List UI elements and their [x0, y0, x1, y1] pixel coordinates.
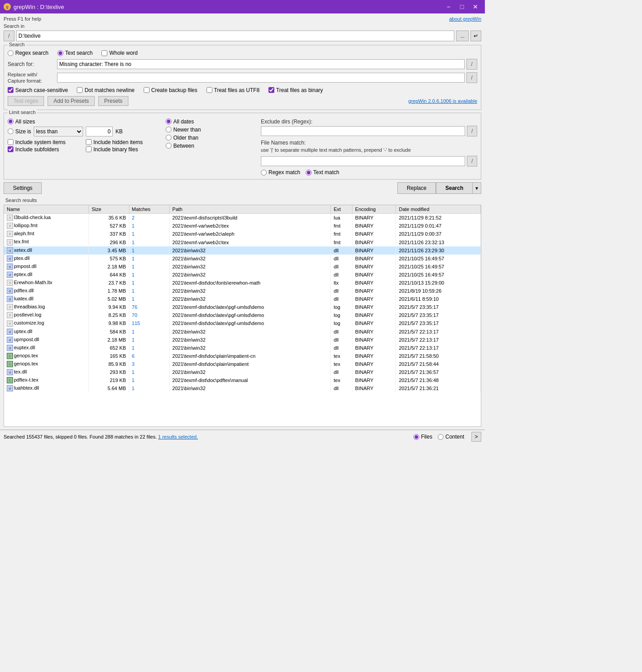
update-link[interactable]: grepWin 2.0.6.1006 is available	[409, 98, 477, 104]
replace-input[interactable]	[57, 73, 465, 83]
cell-date: 2021/10/13 15:29:00	[396, 279, 481, 287]
exclude-dirs-slash[interactable]: /	[467, 126, 477, 136]
regex-match-radio-label[interactable]: Regex match	[261, 169, 300, 176]
file-names-slash[interactable]: /	[467, 156, 477, 167]
search-for-input[interactable]	[57, 59, 465, 69]
include-binary-checkbox[interactable]	[86, 146, 92, 152]
table-row[interactable]: dluahbtex.dll 5.64 MB 1 2021\bin\win32 d…	[4, 384, 481, 392]
content-radio-label[interactable]: Content	[438, 434, 464, 440]
include-system-label[interactable]: Include system items	[8, 139, 82, 145]
table-row[interactable]: deuptex.dll 652 KB 1 2021\bin\win32 dll …	[4, 344, 481, 352]
table-row[interactable]: duptex.dll 584 KB 1 2021\bin\win32 dll B…	[4, 328, 481, 336]
test-regex-button[interactable]: Test regex	[8, 96, 44, 106]
table-row[interactable]: fcustomize.log 9.98 KB 115 2021\texmf-di…	[4, 319, 481, 327]
cell-matches: 1	[129, 295, 169, 303]
newer-than-radio-label[interactable]: Newer than	[166, 127, 255, 133]
include-subfolders-checkbox[interactable]	[8, 146, 13, 152]
search-slash-button[interactable]: /	[466, 59, 477, 70]
table-row[interactable]: tgenops.tex 85.9 KB 3 2021\texmf-dist\do…	[4, 360, 481, 368]
text-radio[interactable]	[57, 50, 63, 56]
window-title: grepWin : D:\texlive	[13, 4, 64, 10]
table-row[interactable]: fl3build-check.lua 35.6 KB 2 2021\texmf-…	[4, 214, 481, 222]
minimize-button[interactable]: −	[443, 2, 454, 12]
path-input[interactable]	[16, 31, 454, 41]
between-radio[interactable]	[166, 143, 171, 149]
maximize-button[interactable]: □	[456, 2, 468, 12]
table-row[interactable]: fthreadbias.log 9.94 KB 76 2021\texmf-di…	[4, 303, 481, 311]
about-link[interactable]: about grepWin	[449, 16, 481, 22]
table-row[interactable]: dpdftex.dll 1.78 MB 1 2021\bin\win32 dll…	[4, 287, 481, 295]
table-row[interactable]: dptex.dll 575 KB 1 2021\bin\win32 dll BI…	[4, 255, 481, 263]
include-hidden-label[interactable]: Include hidden items	[86, 139, 160, 145]
table-row[interactable]: dupmpost.dll 2.18 MB 1 2021\bin\win32 dl…	[4, 336, 481, 344]
older-than-radio-label[interactable]: Older than	[166, 135, 255, 141]
close-button[interactable]: ✕	[470, 2, 481, 12]
exclude-dirs-input[interactable]	[261, 126, 465, 136]
table-row[interactable]: tpdftex-t.tex 219 KB 1 2021\texmf-dist\d…	[4, 376, 481, 384]
utf8-checkbox[interactable]	[207, 87, 212, 93]
regex-radio-label[interactable]: Regex search	[8, 50, 48, 56]
all-sizes-radio-label[interactable]: All sizes	[8, 119, 160, 125]
newer-than-radio[interactable]	[166, 127, 171, 132]
older-than-radio[interactable]	[166, 135, 171, 141]
files-radio-label[interactable]: Files	[413, 434, 432, 440]
search-button[interactable]: Search	[436, 182, 472, 194]
arrow-button[interactable]: ↵	[471, 31, 481, 41]
cell-size: 85.9 KB	[89, 360, 129, 368]
table-row[interactable]: dpmpost.dll 2.18 MB 1 2021\bin\win32 dll…	[4, 263, 481, 271]
text-match-radio-label[interactable]: Text match	[306, 169, 339, 176]
search-dropdown-button[interactable]: ▼	[472, 182, 481, 194]
backup-checkbox[interactable]	[144, 87, 150, 93]
case-sensitive-label[interactable]: Search case-sensitive	[8, 87, 68, 93]
cell-name: fl3build-check.lua	[4, 214, 89, 222]
size-value-input[interactable]	[86, 127, 113, 136]
binary-checkbox[interactable]	[268, 87, 274, 93]
presets-button[interactable]: Presets	[98, 96, 128, 106]
replace-button[interactable]: Replace	[397, 182, 436, 194]
table-row[interactable]: fErewhon-Math.ltx 23.7 KB 1 2021\texmf-d…	[4, 279, 481, 287]
text-match-radio[interactable]	[306, 170, 312, 176]
settings-button[interactable]: Settings	[4, 182, 42, 194]
table-row[interactable]: dxetex.dll 3.45 MB 1 2021\bin\win32 dll …	[4, 246, 481, 255]
all-sizes-radio[interactable]	[8, 119, 13, 124]
table-row[interactable]: fpostlevel.log 8.25 KB 70 2021\texmf-dis…	[4, 311, 481, 319]
dot-newline-checkbox[interactable]	[77, 87, 83, 93]
add-presets-button[interactable]: Add to Presets	[48, 96, 95, 106]
slash-button[interactable]: /	[4, 31, 14, 41]
table-row[interactable]: ftex.fmt 296 KB 1 2021\texmf-var\web2c\t…	[4, 238, 481, 246]
size-is-radio-label[interactable]: Size is	[8, 128, 31, 135]
between-radio-label[interactable]: Between	[166, 143, 255, 149]
browse-button[interactable]: ...	[456, 31, 469, 41]
dot-newline-label[interactable]: Dot matches newline	[77, 87, 134, 93]
regex-match-radio[interactable]	[261, 170, 267, 176]
include-binary-label[interactable]: Include binary files	[86, 146, 160, 153]
status-selected[interactable]: 1 results selected.	[158, 434, 198, 439]
replace-slash-button[interactable]: /	[466, 72, 477, 83]
binary-label[interactable]: Treat files as binary	[268, 87, 323, 93]
case-sensitive-checkbox[interactable]	[8, 87, 13, 93]
all-dates-radio[interactable]	[166, 119, 171, 124]
size-comparison-select[interactable]: less thangreater than	[34, 127, 83, 136]
utf8-label[interactable]: Treat files as UTF8	[207, 87, 260, 93]
backup-label[interactable]: Create backup files	[144, 87, 198, 93]
more-button[interactable]: >	[471, 432, 481, 442]
regex-radio[interactable]	[8, 50, 13, 56]
include-subfolders-label[interactable]: Include subfolders	[8, 146, 82, 153]
include-system-checkbox[interactable]	[8, 139, 13, 145]
size-is-radio[interactable]	[8, 128, 13, 134]
whole-word-checkbox[interactable]	[101, 50, 107, 56]
files-radio[interactable]	[413, 434, 419, 440]
all-dates-radio-label[interactable]: All dates	[166, 119, 255, 125]
table-row[interactable]: dluatex.dll 5.02 MB 1 2021\bin\win32 dll…	[4, 295, 481, 303]
table-row[interactable]: flollipop.fmt 527 KB 1 2021\texmf-var\we…	[4, 222, 481, 230]
table-row[interactable]: tgenops.tex 165 KB 6 2021\texmf-dist\doc…	[4, 352, 481, 360]
file-names-input[interactable]	[261, 156, 465, 166]
table-row[interactable]: dtex.dll 293 KB 1 2021\bin\win32 dll BIN…	[4, 368, 481, 376]
whole-word-label[interactable]: Whole word	[101, 50, 137, 56]
content-radio[interactable]	[438, 434, 444, 440]
search-for-label: Search for:	[8, 61, 57, 67]
text-radio-label[interactable]: Text search	[57, 50, 92, 56]
table-row[interactable]: faleph.fmt 337 KB 1 2021\texmf-var\web2c…	[4, 230, 481, 238]
include-hidden-checkbox[interactable]	[86, 139, 92, 145]
table-row[interactable]: deptex.dll 644 KB 1 2021\bin\win32 dll B…	[4, 271, 481, 279]
